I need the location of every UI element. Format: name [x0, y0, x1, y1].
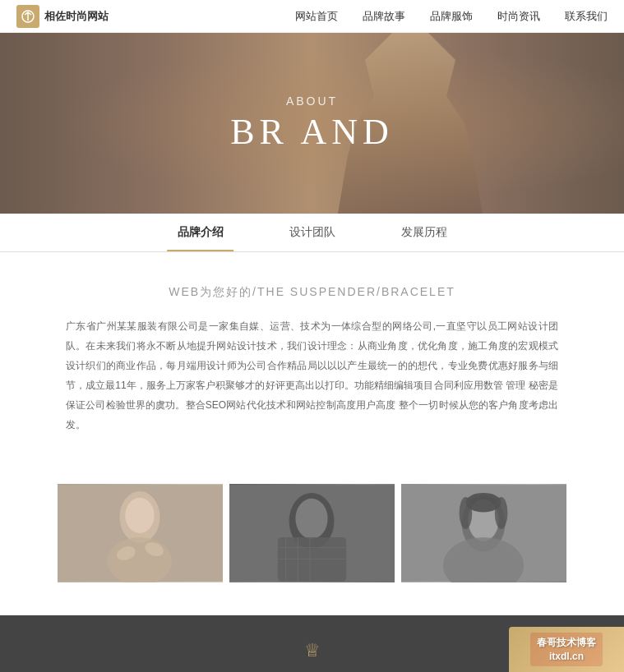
hero-banner: ABOUT BR AND — [0, 33, 624, 214]
tab-design-team[interactable]: 设计团队 — [257, 214, 368, 251]
header: 相佐时尚网站 网站首页 品牌故事 品牌服饰 时尚资讯 联系我们 — [0, 0, 624, 33]
nav-item-brand-story[interactable]: 品牌故事 — [363, 10, 405, 22]
nav-item-contact[interactable]: 联系我们 — [565, 10, 608, 22]
gallery-item-3 — [401, 484, 566, 582]
nav-item-home[interactable]: 网站首页 — [295, 10, 338, 22]
watermark-url: itxdl.cn — [537, 650, 596, 664]
gallery-item-1 — [58, 484, 223, 582]
face-silhouette-1 — [58, 484, 223, 582]
tab-brand-intro[interactable]: 品牌介绍 — [145, 214, 257, 251]
intro-body: 广东省广州某某服装有限公司是一家集自媒、运营、技术为一体综合型的网络公司,一直坚… — [66, 316, 558, 435]
intro-title: WEB为您好的/THE SUSPENDER/BRACELET — [66, 285, 558, 300]
tab-history[interactable]: 发展历程 — [368, 214, 480, 251]
gallery-item-2 — [229, 484, 395, 582]
nav-item-brand-fashion[interactable]: 品牌服饰 — [430, 10, 473, 22]
hero-brand-label: BR AND — [230, 111, 394, 153]
photo-gallery — [0, 467, 624, 615]
content-tabs: 品牌介绍 设计团队 发展历程 — [0, 214, 624, 252]
svg-point-21 — [460, 497, 473, 529]
main-nav: 网站首页 品牌故事 品牌服饰 时尚资讯 联系我们 — [295, 8, 608, 24]
svg-point-4 — [125, 498, 154, 533]
logo: 相佐时尚网站 — [16, 5, 109, 28]
logo-text: 相佐时尚网站 — [44, 9, 109, 24]
watermark-line1: 春哥技术博客 — [537, 636, 596, 650]
nav-item-news[interactable]: 时尚资讯 — [497, 10, 540, 22]
logo-icon — [16, 5, 39, 28]
watermark-badge: 春哥技术博客 itxdl.cn — [509, 627, 624, 672]
intro-section: WEB为您好的/THE SUSPENDER/BRACELET 广东省广州某某服装… — [0, 252, 624, 467]
hero-about-label: ABOUT — [230, 94, 394, 108]
face-silhouette-2 — [229, 484, 395, 582]
watermark-inner: 春哥技术博客 itxdl.cn — [530, 633, 603, 667]
face-silhouette-3 — [401, 484, 566, 582]
svg-point-22 — [495, 497, 508, 529]
watermark-text: 春哥技术博客 itxdl.cn — [537, 636, 596, 664]
svg-point-9 — [295, 499, 327, 539]
hero-text: ABOUT BR AND — [230, 94, 394, 153]
